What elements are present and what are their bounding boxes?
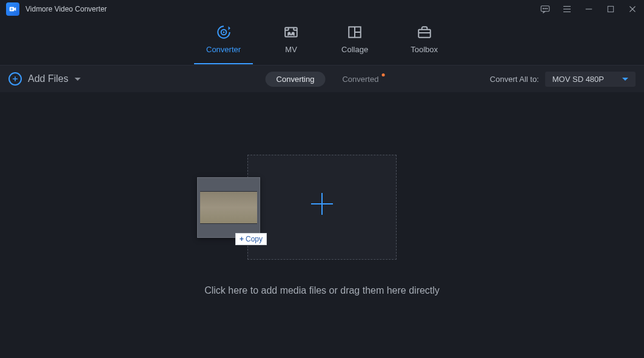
nav-label: Collage [341,45,368,54]
toolbox-icon [417,24,432,40]
titlebar: Vidmore Video Converter [0,0,644,18]
nav-mv[interactable]: MV [283,24,299,59]
main-nav: Converter MV Collage Toolbox [0,18,644,66]
collage-icon [347,24,363,40]
nav-toolbox[interactable]: Toolbox [411,24,438,59]
dropzone-hint: Click here to add media files or drag th… [204,285,440,296]
format-selected-value: MOV SD 480P [552,75,604,84]
toolbar: Add Files Converting Converted Convert A… [0,66,644,92]
svg-point-3 [543,8,543,9]
nav-collage[interactable]: Collage [341,24,368,59]
format-select[interactable]: MOV SD 480P [545,72,636,87]
nav-label: MV [285,45,297,54]
dropzone[interactable]: + Copy [247,155,397,260]
plus-icon [307,189,337,225]
convert-all-control: Convert All to: MOV SD 480P [490,72,636,87]
plus-small-icon: + [240,235,244,243]
nav-label: Toolbox [411,45,438,54]
copy-badge-label: Copy [246,235,263,243]
add-files-button[interactable]: Add Files [8,72,81,86]
converter-icon [216,24,232,40]
nav-converter[interactable]: Converter [206,24,241,59]
thumbnail-image [200,191,257,224]
svg-point-4 [545,8,545,9]
status-tabs: Converting Converted [266,72,379,87]
svg-point-5 [546,8,547,9]
svg-rect-20 [418,30,431,38]
maximize-icon[interactable] [605,4,616,15]
add-files-label: Add Files [28,73,69,84]
app-title: Vidmore Video Converter [25,5,107,13]
close-icon[interactable] [627,4,638,15]
svg-rect-10 [608,6,613,12]
mv-icon [283,24,299,40]
copy-badge: + Copy [235,233,267,245]
main-area: + Copy Click here to add media files or … [0,92,644,358]
minimize-icon[interactable] [583,4,594,15]
app-logo-icon [6,2,19,16]
tab-converted[interactable]: Converted [342,75,378,84]
plus-circle-icon [8,72,22,86]
notification-dot-icon [381,73,384,76]
convert-all-label: Convert All to: [490,75,539,84]
menu-icon[interactable] [562,4,572,15]
nav-label: Converter [206,45,241,54]
chevron-down-icon [622,78,628,81]
tab-converting[interactable]: Converting [266,72,326,87]
chevron-down-icon [75,78,81,81]
dragged-thumbnail[interactable]: + Copy [197,177,260,238]
feedback-icon[interactable] [540,4,551,15]
tab-converted-label: Converted [342,75,378,84]
window-controls [540,4,638,15]
